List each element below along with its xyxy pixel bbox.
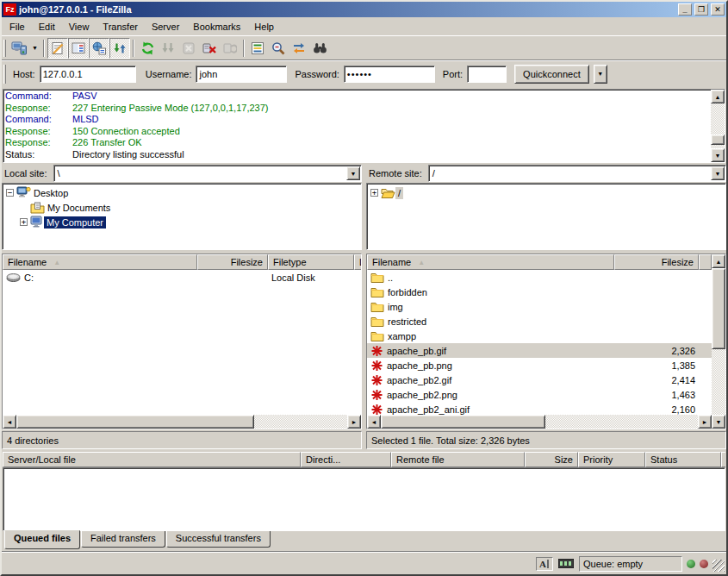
menu-item-edit[interactable]: Edit <box>32 19 62 34</box>
speed-limit-icon[interactable] <box>557 557 575 571</box>
title-bar: Fz john@127.0.0.1 - FileZilla _ ❐ ✕ <box>2 2 726 17</box>
file-row-apache-pb2-ani-gif[interactable]: apache_pb2_ani.gif2,160 <box>367 402 712 415</box>
toolbar-button-process-queue[interactable] <box>158 38 178 59</box>
local-site-label: Local site: <box>2 168 50 178</box>
file-row-apache-pb-gif[interactable]: apache_pb.gif2,326 <box>367 343 712 358</box>
file-row-xampp[interactable]: xampp <box>367 329 712 343</box>
column-header-filetype[interactable]: Filetype <box>268 254 354 270</box>
toolbar-button-site-manager[interactable] <box>9 38 29 59</box>
local-hscroll-thumb[interactable] <box>16 415 254 429</box>
tab-failed-transfers[interactable]: Failed transfers <box>81 531 165 548</box>
remote-pane: Remote site: / ▼ +/ Filename▲Filesize ..… <box>366 164 726 449</box>
username-input[interactable]: john <box>196 66 287 83</box>
tree-item-my-documents[interactable]: My Documents <box>3 200 360 215</box>
quickconnect-button[interactable]: Quickconnect <box>514 65 589 84</box>
toolbar-button-cancel-operation[interactable] <box>178 38 199 59</box>
file-row-img[interactable]: img <box>367 299 712 314</box>
toolbar-button-site-manager-dropdown[interactable]: ▼ <box>29 38 40 59</box>
scroll-right-icon[interactable]: ► <box>347 415 361 429</box>
filesize-cell: 2,160 <box>614 402 699 415</box>
username-label: Username: <box>146 69 192 79</box>
toolbar-button-toggle-transfer-queue[interactable] <box>109 38 130 59</box>
file-row-apache-pb-png[interactable]: apache_pb.png1,385 <box>367 358 712 373</box>
resize-grip[interactable] <box>712 560 725 572</box>
toolbar-button-directory-comparison[interactable] <box>268 38 289 59</box>
toolbar-button-find-files[interactable] <box>309 38 330 59</box>
port-input[interactable] <box>467 66 507 83</box>
queue-column-size[interactable]: Size <box>525 452 578 467</box>
queue-column-remote-file[interactable]: Remote file <box>391 452 525 467</box>
tree-item-desktop[interactable]: −Desktop <box>3 185 360 200</box>
toolbar-button-toggle-local-tree[interactable] <box>68 38 89 59</box>
close-button[interactable]: ✕ <box>711 3 725 16</box>
file-row-c[interactable]: C:Local Disk <box>3 270 361 285</box>
combo-dropdown-icon[interactable]: ▼ <box>346 166 360 180</box>
tree-item-item[interactable]: +/ <box>368 185 725 200</box>
host-input[interactable]: 127.0.0.1 <box>40 66 136 83</box>
toolbar-button-synchronized-browsing[interactable] <box>289 38 309 59</box>
file-row-apache-pb2-png[interactable]: apache_pb2.png1,463 <box>367 387 712 402</box>
file-row-apache-pb2-gif[interactable]: apache_pb2.gif2,414 <box>367 373 712 387</box>
scroll-right-icon[interactable]: ► <box>698 415 712 429</box>
log-line-text: 226 Transfer OK <box>72 137 142 149</box>
log-line: Response:226 Transfer OK <box>5 137 709 149</box>
tree-item-my-computer[interactable]: +My Computer <box>3 215 360 229</box>
file-row-item[interactable]: .. <box>367 270 712 285</box>
scroll-left-icon[interactable]: ◄ <box>3 415 16 429</box>
local-hscrollbar[interactable]: ◄ ► <box>3 415 361 429</box>
remote-directory-tree: +/ <box>366 183 726 250</box>
remote-site-combo[interactable]: / ▼ <box>428 165 726 182</box>
queue-column-directi[interactable]: Directi... <box>301 452 391 467</box>
menu-item-help[interactable]: Help <box>247 19 281 34</box>
scroll-up-icon[interactable]: ▲ <box>712 254 725 268</box>
scroll-up-icon[interactable]: ▲ <box>711 90 725 103</box>
toolbar-button-disconnect[interactable] <box>199 38 220 59</box>
queue-column-status[interactable]: Status <box>645 452 721 467</box>
quickconnect-grip[interactable] <box>3 65 6 84</box>
scroll-down-icon[interactable]: ▼ <box>711 148 725 162</box>
toolbar-grip[interactable] <box>3 40 6 57</box>
queue-column-server-local-file[interactable]: Server/Local file <box>3 452 301 467</box>
queue-column-priority[interactable]: Priority <box>578 452 645 467</box>
tree-expander-icon[interactable]: − <box>6 189 14 197</box>
remote-vscrollbar[interactable]: ▲ ▼ <box>712 254 725 429</box>
tree-expander-icon[interactable]: + <box>370 189 378 197</box>
menu-item-server[interactable]: Server <box>145 19 186 34</box>
combo-dropdown-icon[interactable]: ▼ <box>711 166 725 180</box>
menu-item-bookmarks[interactable]: Bookmarks <box>186 19 247 34</box>
remote-vscroll-thumb[interactable] <box>712 268 725 349</box>
scroll-left-icon[interactable]: ◄ <box>367 415 381 429</box>
password-input[interactable]: •••••• <box>344 66 435 83</box>
file-row-restricted[interactable]: restricted <box>367 314 712 329</box>
column-header-filesize[interactable]: Filesize <box>197 254 268 270</box>
cell-filler <box>699 299 712 314</box>
file-row-forbidden[interactable]: forbidden <box>367 285 712 299</box>
toolbar-button-reconnect[interactable] <box>220 38 240 59</box>
data-type-indicator-icon[interactable]: A <box>536 557 553 571</box>
toolbar-button-toggle-message-log[interactable] <box>47 38 68 59</box>
minimize-button[interactable]: _ <box>678 3 692 16</box>
remote-hscroll-thumb[interactable] <box>381 415 545 429</box>
column-header-l[interactable]: L <box>354 254 361 270</box>
column-header-filename[interactable]: Filename▲ <box>3 254 197 270</box>
log-scrollbar-thumb[interactable] <box>711 135 725 145</box>
maximize-button[interactable]: ❐ <box>694 3 708 16</box>
filename-cell: apache_pb.png <box>367 358 614 373</box>
scroll-down-icon[interactable]: ▼ <box>712 415 725 429</box>
menu-item-file[interactable]: File <box>3 19 32 34</box>
toolbar-button-directory-filters[interactable] <box>247 38 268 59</box>
local-site-combo[interactable]: \ ▼ <box>53 165 362 182</box>
toolbar-button-refresh[interactable] <box>137 38 158 59</box>
toolbar-button-toggle-remote-tree[interactable] <box>89 38 109 59</box>
column-header-filesize[interactable]: Filesize <box>614 254 699 270</box>
menu-item-view[interactable]: View <box>62 19 96 34</box>
column-header-filename[interactable]: Filename▲ <box>367 254 614 270</box>
menu-item-transfer[interactable]: Transfer <box>96 19 145 34</box>
log-line-label: Response: <box>5 137 72 149</box>
quickconnect-dropdown-button[interactable]: ▼ <box>594 65 607 84</box>
remote-hscrollbar[interactable]: ◄ ► <box>367 415 712 429</box>
tab-queued-files[interactable]: Queued files <box>4 530 80 549</box>
tree-expander-icon[interactable]: + <box>20 218 28 226</box>
log-scrollbar[interactable]: ▲ ▼ <box>711 90 725 162</box>
tab-successful-transfers[interactable]: Successful transfers <box>166 531 271 548</box>
